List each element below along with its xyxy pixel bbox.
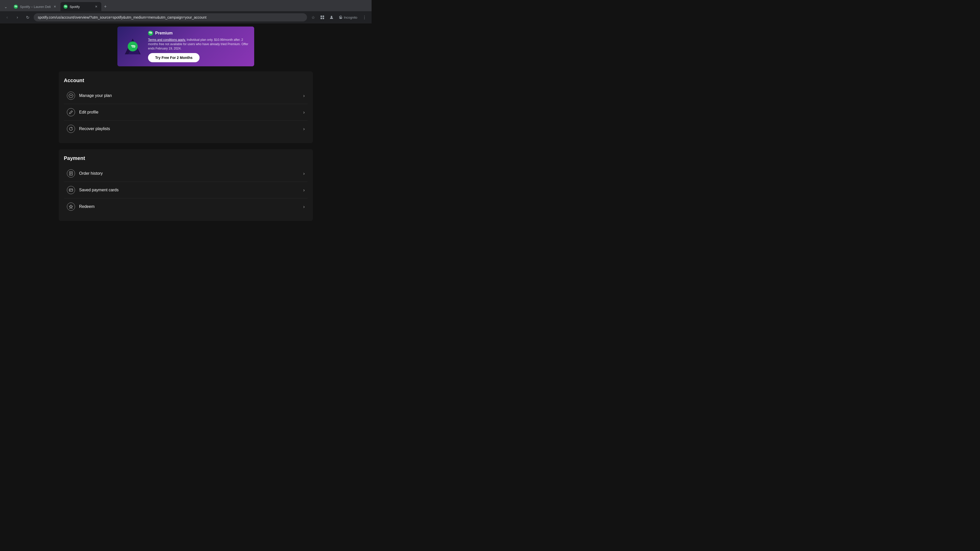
manage-plan-icon — [67, 92, 75, 100]
spotify-favicon-2 — [64, 5, 68, 9]
redeem-chevron: › — [303, 204, 305, 210]
account-section: Account Manage your plan › — [59, 71, 313, 143]
saved-cards-icon — [67, 186, 75, 194]
tab-spotify-active[interactable]: Spotify ✕ — [60, 2, 101, 11]
reload-button[interactable]: ↻ — [24, 13, 32, 21]
order-history-icon — [67, 169, 75, 178]
svg-point-0 — [14, 5, 18, 9]
tab-label-2: Spotify — [70, 5, 92, 9]
manage-plan-chevron: › — [303, 93, 305, 98]
svg-rect-4 — [321, 17, 322, 19]
premium-title: Premium — [155, 31, 172, 35]
manage-plan-item[interactable]: Manage your plan › — [64, 87, 308, 104]
saved-cards-label: Saved payment cards — [79, 188, 299, 192]
payment-section: Payment Order history › — [59, 149, 313, 221]
back-button[interactable]: ‹ — [3, 13, 11, 21]
banner-container: Premium Terms and conditions apply. Indi… — [0, 24, 372, 66]
try-free-button[interactable]: Try Free For 2 Months — [148, 53, 200, 62]
svg-rect-3 — [323, 16, 324, 17]
payment-title: Payment — [64, 156, 308, 161]
extensions-button[interactable] — [318, 13, 326, 21]
premium-logo-text: Premium — [148, 30, 249, 36]
profile-button[interactable] — [328, 13, 336, 21]
recover-playlists-label: Recover playlists — [79, 127, 299, 131]
spotify-logo-small — [148, 30, 153, 36]
tab-list-button[interactable]: ⌄ — [2, 3, 9, 10]
tab-nav-buttons: ⌄ — [2, 3, 9, 10]
svg-rect-2 — [321, 16, 322, 17]
manage-plan-label: Manage your plan — [79, 94, 299, 98]
redeem-label: Redeem — [79, 204, 299, 209]
saved-cards-item[interactable]: Saved payment cards › — [64, 182, 308, 198]
new-tab-button[interactable]: + — [102, 3, 109, 10]
tab-spotify-lauren[interactable]: Spotify – Lauren Deli ✕ — [11, 2, 60, 11]
page-content: Premium Terms and conditions apply. Indi… — [0, 24, 372, 232]
terms-link[interactable]: Terms and conditions apply. — [148, 38, 186, 41]
spotify-favicon-1 — [14, 5, 18, 9]
premium-terms: Terms and conditions apply. Individual p… — [148, 38, 249, 51]
tab-close-2[interactable]: ✕ — [94, 5, 98, 9]
recover-playlists-chevron: › — [303, 126, 305, 132]
recover-playlists-icon — [67, 125, 75, 133]
order-history-item[interactable]: Order history › — [64, 165, 308, 182]
svg-point-9 — [341, 17, 342, 18]
edit-profile-icon — [67, 108, 75, 116]
tab-label-1: Spotify – Lauren Deli — [20, 5, 51, 9]
saved-cards-chevron: › — [303, 187, 305, 193]
premium-graphic — [123, 35, 143, 58]
premium-info: Premium Terms and conditions apply. Indi… — [148, 30, 249, 62]
toolbar-right: ☆ — [309, 13, 369, 21]
edit-profile-label: Edit profile — [79, 110, 299, 114]
bookmark-button[interactable]: ☆ — [309, 13, 317, 21]
browser-chrome: ⌄ Spotify – Lauren Deli ✕ Spotify ✕ — [0, 0, 372, 24]
browser-toolbar: ‹ › ↻ ☆ — [0, 11, 372, 24]
menu-button[interactable]: ⋮ — [360, 13, 369, 21]
forward-button[interactable]: › — [13, 13, 21, 21]
svg-point-1 — [64, 5, 68, 9]
order-history-label: Order history — [79, 171, 299, 176]
svg-rect-21 — [69, 189, 73, 191]
address-bar[interactable] — [34, 13, 307, 21]
incognito-label: Incognito — [344, 16, 357, 19]
edit-profile-chevron: › — [303, 110, 305, 115]
tab-bar: ⌄ Spotify – Lauren Deli ✕ Spotify ✕ — [0, 0, 372, 11]
redeem-icon — [67, 203, 75, 211]
main-content: Account Manage your plan › — [0, 66, 372, 232]
redeem-item[interactable]: Redeem › — [64, 198, 308, 215]
recover-playlists-item[interactable]: Recover playlists › — [64, 121, 308, 137]
edit-profile-item[interactable]: Edit profile › — [64, 104, 308, 121]
svg-marker-24 — [69, 205, 73, 208]
premium-banner: Premium Terms and conditions apply. Indi… — [118, 27, 254, 66]
svg-rect-5 — [323, 17, 324, 19]
svg-point-7 — [339, 17, 342, 19]
order-history-chevron: › — [303, 171, 305, 176]
premium-logo-area — [123, 36, 143, 57]
incognito-indicator: Incognito — [337, 14, 360, 21]
svg-point-16 — [69, 94, 73, 98]
tab-close-1[interactable]: ✕ — [53, 5, 57, 9]
account-title: Account — [64, 78, 308, 83]
svg-point-6 — [331, 16, 332, 17]
